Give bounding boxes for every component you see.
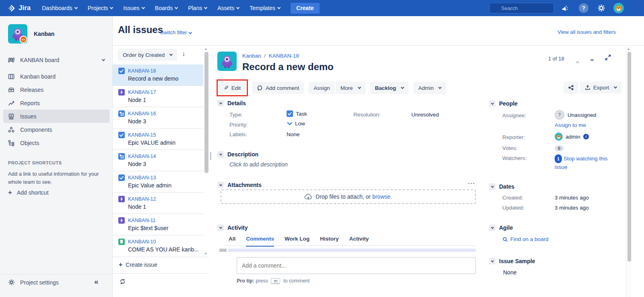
assign-to-me-link[interactable]: Assign to me <box>555 122 586 128</box>
collapse-issue-sample-button[interactable] <box>489 258 495 264</box>
scrollbar-thumb[interactable] <box>204 52 208 173</box>
attachments-menu-button[interactable]: ⋯ <box>468 179 475 188</box>
collapse-description-button[interactable] <box>217 151 224 158</box>
issue-row[interactable]: KANBAN-17 Node 1 <box>113 86 203 107</box>
tab-all[interactable]: All <box>229 236 235 247</box>
comment-input[interactable] <box>237 257 476 274</box>
browse-link[interactable]: browse. <box>372 193 392 200</box>
sidebar-item-objects[interactable]: Objects <box>3 136 109 150</box>
expand-icon[interactable] <box>605 54 611 61</box>
scroll-up-icon[interactable]: ▴ <box>627 47 630 51</box>
sidebar-item-reports[interactable]: Reports <box>3 96 109 110</box>
search-input[interactable] <box>489 3 554 13</box>
scrollbar-thumb[interactable] <box>627 52 631 262</box>
scroll-up-icon[interactable]: ▴ <box>205 47 207 51</box>
nav-issues[interactable]: Issues <box>123 5 144 11</box>
page-scrollbar[interactable]: ▴ <box>626 46 632 297</box>
add-shortcut-button[interactable]: + Add shortcut <box>8 189 49 197</box>
view-all-issues-link[interactable]: View all issues and filters <box>557 29 616 35</box>
issue-avatar[interactable] <box>217 52 237 71</box>
collapse-dates-button[interactable] <box>489 183 495 190</box>
refresh-icon[interactable] <box>119 278 126 285</box>
sort-direction-button[interactable]: ↓ <box>182 50 186 58</box>
nav-dashboards[interactable]: Dashboards <box>42 5 77 11</box>
scroll-down-icon[interactable]: ▾ <box>205 252 207 255</box>
collapse-sidebar-button[interactable]: « <box>94 277 99 286</box>
export-button[interactable]: Export <box>580 81 621 93</box>
backlog-button[interactable]: Backlog <box>370 82 409 94</box>
admin-button[interactable]: Admin <box>413 82 446 94</box>
nav-assets[interactable]: Assets <box>217 5 239 11</box>
nav-plans[interactable]: Plans <box>188 5 207 11</box>
breadcrumb-project-link[interactable]: Kanban <box>242 53 261 59</box>
collapse-activity-button[interactable] <box>217 224 224 231</box>
project-settings-button[interactable]: Project settings <box>8 279 59 286</box>
priority-label: Priority: <box>229 122 248 128</box>
next-issue-button[interactable] <box>591 56 593 63</box>
issue-title[interactable]: Record a new demo <box>242 61 334 73</box>
votes-badge[interactable]: 0 <box>555 144 564 152</box>
project-avatar[interactable]: <> <box>8 24 27 44</box>
plus-icon: + <box>8 189 12 197</box>
description-section-title: Description <box>227 151 258 158</box>
issue-list-scrollbar[interactable]: ▴ ▾ <box>203 46 210 257</box>
watchers-badge[interactable]: 1 <box>555 154 562 163</box>
issue-row[interactable]: KANBAN-11 Epic $text $user <box>113 214 203 235</box>
sidebar-item-issues[interactable]: Issues <box>3 110 109 123</box>
nav-projects[interactable]: Projects <box>88 5 113 11</box>
previous-issue-button[interactable] <box>576 57 579 64</box>
people-section-title: People <box>499 100 518 107</box>
issue-row[interactable]: KANBAN-14 Node 3 <box>113 150 203 171</box>
issue-row[interactable]: KANBAN-12 Node 1 <box>113 193 203 214</box>
collapse-people-button[interactable] <box>489 100 495 107</box>
nav-boards[interactable]: Boards <box>155 5 178 11</box>
sidebar-item-components[interactable]: Components <box>3 123 109 136</box>
breadcrumb: Kanban / KANBAN-18 <box>242 53 299 59</box>
chevron-down-icon[interactable] <box>102 58 105 61</box>
sidebar-item-releases[interactable]: Releases <box>3 83 109 96</box>
jira-logo[interactable]: Jira <box>7 4 31 12</box>
issue-row[interactable]: KANBAN-18 Record a new demo <box>113 64 203 86</box>
tab-comments[interactable]: Comments <box>246 236 274 247</box>
user-avatar[interactable] <box>613 3 624 13</box>
share-button[interactable] <box>564 81 578 93</box>
create-issue-button[interactable]: + Create issue <box>119 261 157 268</box>
more-button[interactable]: More <box>336 82 365 94</box>
collapse-agile-button[interactable] <box>489 224 495 231</box>
edit-button[interactable]: ✎ Edit <box>219 82 246 94</box>
components-icon <box>8 127 14 133</box>
issue-row[interactable]: KANBAN-13 Epic Value admin <box>113 171 203 193</box>
tab-history[interactable]: History <box>320 236 339 247</box>
info-icon[interactable]: i <box>583 134 589 139</box>
switch-filter-link[interactable]: Switch filter <box>160 29 192 35</box>
create-button[interactable]: Create <box>291 3 320 14</box>
add-comment-button[interactable]: Add comment <box>252 82 304 94</box>
description-placeholder[interactable]: Click to add description <box>229 161 288 168</box>
sidebar-item-kanban-board-group[interactable]: KANBAN board <box>3 53 109 66</box>
assign-button[interactable]: Assign <box>309 82 335 94</box>
order-by-button[interactable]: Order by Created <box>118 49 177 61</box>
gear-icon[interactable] <box>597 3 606 13</box>
project-name: Kanban <box>34 31 54 37</box>
tab-activity[interactable]: Activity <box>349 236 369 247</box>
help-icon[interactable]: ? <box>579 3 588 13</box>
announcement-icon[interactable] <box>560 3 570 13</box>
breadcrumb-issue-link[interactable]: KANBAN-18 <box>269 53 299 59</box>
reporter-avatar[interactable] <box>555 133 563 141</box>
stop-watching-link[interactable]: Stop watching this issue <box>555 156 607 170</box>
item-type-icon <box>118 153 125 160</box>
issue-row[interactable]: KANBAN-16 Node 3 <box>113 107 203 129</box>
activity-scrollbar-track[interactable] <box>228 249 476 252</box>
collapse-details-button[interactable] <box>217 100 224 106</box>
attachments-dropzone[interactable]: Drop files to attach, or browse. <box>221 189 476 204</box>
tab-work-log[interactable]: Work Log <box>285 236 310 247</box>
nav-templates[interactable]: Templates <box>250 5 280 11</box>
sidebar-item-kanban-board[interactable]: Kanban board <box>3 70 109 83</box>
panel-resize-handle[interactable] <box>210 152 211 160</box>
collapse-attachments-button[interactable] <box>217 182 224 188</box>
page-title: All issues <box>118 24 163 35</box>
issue-row[interactable]: KANBAN-15 Epic VALUE admin <box>113 129 203 150</box>
find-on-board-link[interactable]: Find on a board <box>502 236 549 242</box>
activity-scrollbar-thumb[interactable] <box>219 249 227 252</box>
issue-row[interactable]: KANBAN-10 COME AS YOU ARE kanb... <box>113 235 203 256</box>
